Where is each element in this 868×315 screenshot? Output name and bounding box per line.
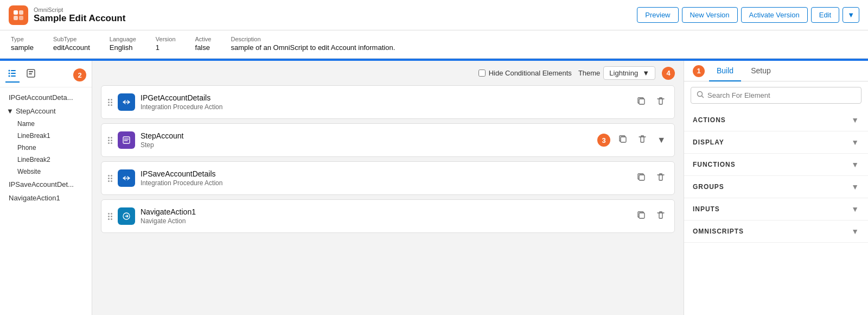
step-info-navigateaction1: NavigateAction1 Navigate Action: [141, 207, 629, 225]
step-type: Integration Procedure Action: [141, 179, 629, 187]
chevron-down-icon: ▼: [851, 138, 859, 147]
main-area: 2 IPGetAccountDeta... ▼ StepAccount Name…: [0, 61, 868, 315]
accordion-inputs: INPUTS ▼: [684, 198, 868, 220]
accordion-groups: GROUPS ▼: [684, 176, 868, 198]
step-type: Step: [141, 141, 592, 149]
drag-handle[interactable]: [108, 137, 112, 144]
language-label: Language: [110, 36, 136, 42]
logo-area: OmniScript Sample Edit Account: [9, 5, 125, 25]
step-copy-btn[interactable]: [634, 170, 648, 186]
step-copy-btn[interactable]: [634, 94, 648, 110]
theme-select-area: Theme Lightning ▼: [578, 66, 655, 80]
sidebar-preview-btn[interactable]: [24, 67, 38, 83]
chevron-down-icon: ▼: [851, 116, 859, 124]
hide-conditional-label[interactable]: Hide Conditional Elements: [478, 69, 572, 77]
svg-rect-13: [639, 99, 644, 104]
svg-rect-7: [11, 73, 16, 74]
edit-button[interactable]: Edit: [811, 7, 839, 23]
app-title-area: OmniScript Sample Edit Account: [34, 7, 125, 24]
panel-badge-1: 1: [693, 65, 705, 77]
subtype-label: SubType: [53, 36, 90, 42]
type-label: Type: [11, 36, 34, 42]
accordion-label-functions: FUNCTIONS: [693, 161, 736, 168]
sidebar-sub-phone[interactable]: Phone: [0, 142, 92, 154]
top-header: OmniScript Sample Edit Account Preview N…: [0, 0, 868, 30]
activate-version-button[interactable]: Activate Version: [741, 7, 808, 23]
app-name: OmniScript: [34, 7, 125, 13]
step-name: IPSaveAccountDetails: [141, 169, 629, 178]
tab-build[interactable]: Build: [709, 61, 741, 81]
step-type: Integration Procedure Action: [141, 103, 629, 111]
accordion-header-actions[interactable]: ACTIONS ▼: [684, 109, 868, 131]
drag-handle[interactable]: [108, 99, 112, 106]
tab-setup[interactable]: Setup: [743, 61, 778, 81]
drag-handle[interactable]: [108, 213, 112, 220]
svg-rect-2: [14, 16, 18, 20]
preview-button[interactable]: Preview: [637, 7, 678, 23]
svg-point-4: [9, 70, 10, 72]
step-icon-navigate: [118, 207, 135, 225]
sidebar-toolbar: 2: [0, 65, 92, 87]
hide-conditional-checkbox[interactable]: [478, 70, 486, 77]
theme-dropdown[interactable]: Lightning ▼: [603, 66, 655, 80]
chevron-down-icon: ▼: [851, 160, 859, 169]
accordion-header-inputs[interactable]: INPUTS ▼: [684, 198, 868, 220]
step-delete-btn[interactable]: [654, 170, 668, 186]
svg-rect-3: [19, 16, 23, 20]
step-copy-btn[interactable]: [616, 132, 630, 148]
accordion-header-omniscripts[interactable]: OMNISCRIPTS ▼: [684, 220, 868, 242]
theme-label: Theme: [578, 69, 600, 77]
sidebar-group-stepaccount[interactable]: ▼ StepAccount: [0, 104, 92, 118]
step-expand-btn[interactable]: ▼: [655, 133, 668, 147]
sidebar-sub-linebreak1[interactable]: LineBreak1: [0, 130, 92, 142]
step-name: IPGetAccountDetails: [141, 93, 629, 102]
step-icon-step: [118, 131, 135, 149]
sidebar-sub-name[interactable]: Name: [0, 118, 92, 130]
accordion-header-functions[interactable]: FUNCTIONS ▼: [684, 154, 868, 175]
chevron-down-icon: ▼: [851, 182, 859, 191]
step-actions-stepaccount: 3 ▼: [597, 132, 668, 148]
svg-rect-0: [14, 10, 18, 15]
svg-rect-11: [29, 71, 33, 72]
drag-handle[interactable]: [108, 175, 112, 182]
accordion-header-groups[interactable]: GROUPS ▼: [684, 176, 868, 198]
header-more-dropdown[interactable]: ▼: [843, 7, 859, 23]
step-actions: [634, 208, 668, 224]
accordion-label-groups: GROUPS: [693, 183, 724, 191]
panel-tabs: 1 Build Setup: [684, 61, 868, 81]
step-info-ipgetaccountdetails: IPGetAccountDetails Integration Procedur…: [141, 93, 629, 111]
step-icon-integration2: [118, 169, 135, 187]
meta-type: Type sample: [11, 36, 34, 52]
search-input[interactable]: [707, 91, 856, 99]
svg-rect-15: [621, 137, 626, 142]
sidebar-sub-linebreak2[interactable]: LineBreak2: [0, 154, 92, 166]
step-card-ipsaveaccountdetails: IPSaveAccountDetails Integration Procedu…: [101, 161, 675, 195]
subtype-value: editAccount: [53, 43, 90, 52]
step-delete-btn[interactable]: [654, 94, 668, 110]
sidebar-list-view-btn[interactable]: [5, 67, 20, 83]
steps-list: IPGetAccountDetails Integration Procedur…: [92, 85, 684, 246]
accordion-label-actions: ACTIONS: [693, 116, 726, 124]
left-sidebar: 2 IPGetAccountDeta... ▼ StepAccount Name…: [0, 61, 92, 315]
search-box[interactable]: [691, 87, 861, 104]
sidebar-item-ipsaveaccountdetails[interactable]: IPSaveAccountDet...: [0, 178, 92, 191]
svg-rect-9: [11, 75, 16, 77]
accordion-label-omniscripts: OMNISCRIPTS: [693, 228, 744, 235]
step-delete-btn[interactable]: [635, 132, 649, 148]
step-delete-btn[interactable]: [654, 208, 668, 224]
sidebar-item-ipgetaccountdetails[interactable]: IPGetAccountDeta...: [0, 91, 92, 104]
new-version-button[interactable]: New Version: [682, 7, 738, 23]
accordion-header-display[interactable]: DISPLAY ▼: [684, 131, 868, 153]
canvas-toolbar: Hide Conditional Elements Theme Lightnin…: [92, 61, 684, 85]
svg-rect-16: [639, 175, 644, 180]
description-value: sample of an OmniScript to edit Account …: [231, 43, 395, 52]
meta-description: Description sample of an OmniScript to e…: [231, 36, 395, 52]
sidebar-item-navigateaction1[interactable]: NavigateAction1: [0, 191, 92, 205]
active-value: false: [195, 43, 212, 52]
sidebar-sub-website[interactable]: Website: [0, 166, 92, 178]
step-actions: [634, 170, 668, 186]
step-copy-btn[interactable]: [634, 208, 648, 224]
svg-rect-5: [11, 70, 16, 71]
accordion-actions: ACTIONS ▼: [684, 109, 868, 131]
header-actions: Preview New Version Activate Version Edi…: [637, 7, 859, 23]
